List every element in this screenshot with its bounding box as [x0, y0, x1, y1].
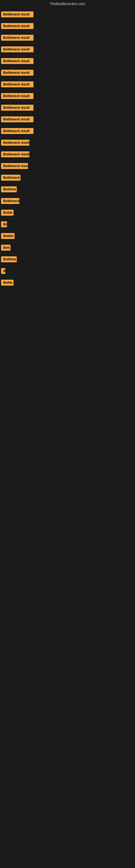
list-item: Bottleneck result	[0, 114, 135, 125]
list-item: B	[0, 265, 135, 277]
list-item: Bottleneck result	[0, 67, 135, 79]
list-item: Bottleneck result	[0, 160, 135, 172]
bottleneck-result-badge[interactable]: Bottlene	[1, 186, 17, 192]
bottleneck-result-badge[interactable]: Bo	[1, 221, 7, 227]
bottleneck-result-badge[interactable]: Bottleneck result	[1, 105, 34, 111]
list-item: Bottleneck result	[0, 149, 135, 160]
bottleneck-result-badge[interactable]: Bottleneck result	[1, 23, 34, 29]
bottleneck-result-badge[interactable]: Bottleneck result	[1, 116, 34, 122]
site-title: TheBottlenecker.com	[0, 0, 135, 9]
bottleneck-result-badge[interactable]: Bottle	[1, 210, 13, 216]
list-item: Bottleneck result	[0, 90, 135, 102]
list-item: Bottleneck result	[0, 55, 135, 67]
bottleneck-result-badge[interactable]: Bottleneck result	[1, 93, 34, 99]
bottleneck-result-badge[interactable]: Bottleneck result	[1, 46, 34, 52]
bottleneck-result-badge[interactable]: Bottleneck result	[1, 163, 28, 169]
bottleneck-result-badge[interactable]: Bottleneck	[1, 198, 19, 204]
bottleneck-result-badge[interactable]: Bottleneck result	[1, 35, 34, 41]
bottleneck-result-badge[interactable]: Bottle	[1, 280, 13, 286]
bottleneck-result-badge[interactable]: Bottlene	[1, 256, 17, 262]
list-item: Bottle	[0, 277, 135, 289]
list-item: Bott	[0, 242, 135, 254]
bottleneck-result-badge[interactable]: B	[1, 268, 5, 274]
list-item: Bottleneck	[0, 195, 135, 207]
list-item: Bottleneck result	[0, 125, 135, 137]
bottleneck-result-badge[interactable]: Bottleneck result	[1, 151, 30, 157]
list-item: Bottleneck r	[0, 172, 135, 184]
list-item: Bottleneck result	[0, 102, 135, 114]
bottleneck-result-badge[interactable]: Bottleneck result	[1, 58, 34, 64]
list-item: Bottleneck result	[0, 9, 135, 20]
bottleneck-result-badge[interactable]: Bott	[1, 245, 10, 251]
list-item: Bottleneck result	[0, 32, 135, 44]
list-item: Bottlene	[0, 254, 135, 265]
list-item: Bottleneck result	[0, 44, 135, 55]
bottleneck-result-badge[interactable]: Bottleneck result	[1, 70, 34, 76]
list-item: Bottle	[0, 207, 135, 219]
list-item: Bottleneck result	[0, 20, 135, 32]
bottleneck-result-badge[interactable]: Bottleneck result	[1, 140, 30, 146]
bottleneck-result-badge[interactable]: Bottler	[1, 233, 14, 239]
list-item: Bottleneck result	[0, 79, 135, 90]
list-item: Bottleneck result	[0, 137, 135, 149]
bottleneck-result-badge[interactable]: Bottleneck result	[1, 11, 34, 18]
list-item: Bottlene	[0, 184, 135, 195]
list-item: Bo	[0, 219, 135, 230]
list-item: Bottler	[0, 230, 135, 242]
bottleneck-result-badge[interactable]: Bottleneck result	[1, 128, 34, 134]
bottleneck-result-badge[interactable]: Bottleneck result	[1, 82, 34, 87]
bottleneck-result-badge[interactable]: Bottleneck r	[1, 175, 20, 181]
